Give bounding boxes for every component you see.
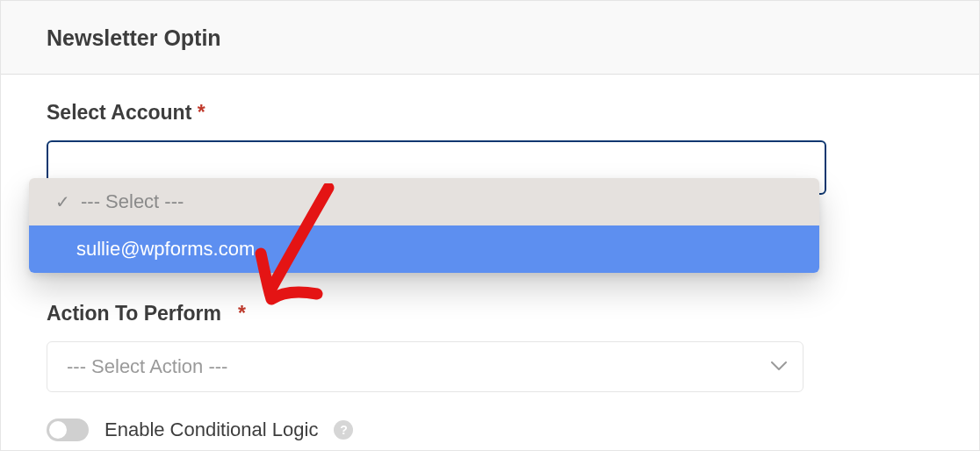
panel-header: Newsletter Optin [1, 0, 979, 75]
dropdown-option-account[interactable]: sullie@wpforms.com [29, 225, 819, 273]
required-asterisk: * [198, 101, 205, 124]
label-text: Action To Perform [47, 302, 221, 325]
help-icon[interactable]: ? [334, 420, 353, 440]
dropdown-select-account-open: ✓ --- Select --- sullie@wpforms.com [29, 178, 819, 273]
option-label: --- Select --- [81, 190, 184, 213]
dropdown-option-placeholder[interactable]: ✓ --- Select --- [29, 178, 819, 225]
select-action-to-perform[interactable]: --- Select Action --- [47, 341, 803, 392]
label-select-account: Select Account * [47, 101, 933, 125]
toggle-conditional-logic[interactable] [47, 418, 89, 441]
label-conditional-logic: Enable Conditional Logic [104, 418, 318, 441]
label-space [227, 302, 232, 325]
toggle-knob [49, 421, 67, 439]
label-action-to-perform: Action To Perform * [47, 302, 933, 326]
field-action-to-perform: Action To Perform * --- Select Action --… [47, 302, 933, 392]
label-text: Select Account [47, 101, 191, 124]
select-placeholder: --- Select Action --- [67, 355, 227, 378]
checkmark-icon: ✓ [55, 191, 70, 212]
panel-title: Newsletter Optin [47, 25, 933, 51]
chevron-down-icon [771, 361, 787, 372]
required-asterisk: * [238, 302, 246, 325]
option-label: sullie@wpforms.com [76, 238, 255, 261]
row-conditional-logic: Enable Conditional Logic ? [47, 418, 933, 441]
